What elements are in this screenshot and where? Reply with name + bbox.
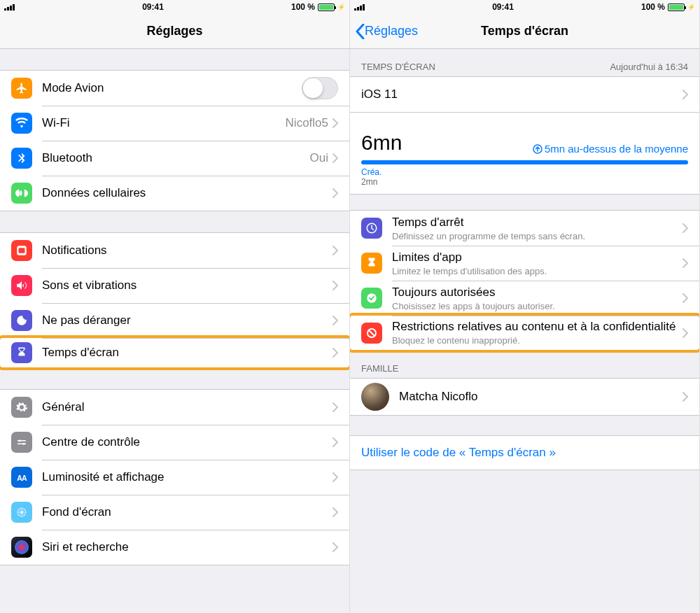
charging-icon: ⚡ — [337, 3, 345, 10]
svg-text:A: A — [22, 474, 27, 482]
always-icon — [361, 288, 382, 309]
signal-icon — [354, 3, 365, 10]
row-label: Temps d'écran — [42, 346, 332, 360]
trend-text: 5mn au-dessus de la moyenne — [533, 143, 688, 155]
wallpaper-row[interactable]: Fond d'écran — [0, 495, 349, 530]
control-icon — [11, 432, 32, 453]
battery-icon — [318, 3, 335, 11]
battery-text: 100 % — [641, 2, 665, 12]
chevron-right-icon — [332, 402, 338, 412]
page-title: Réglages — [146, 24, 202, 38]
applimits-row[interactable]: Limites d'appLimitez le temps d'utilisat… — [350, 246, 699, 281]
passcode-link[interactable]: Utiliser le code de « Temps d'écran » — [350, 435, 699, 470]
restrictions-row[interactable]: Restrictions relatives au contenu et à l… — [350, 313, 700, 353]
svg-rect-2 — [19, 248, 25, 253]
category-label: Créa. — [361, 167, 688, 177]
sounds-row[interactable]: Sons et vibrations — [0, 268, 349, 303]
display-icon: AA — [11, 467, 32, 488]
screentime-options: Temps d'arrêtDéfinissez un programme de … — [350, 210, 699, 351]
general-row[interactable]: Général — [0, 390, 349, 425]
siri-row[interactable]: Siri et recherche — [0, 530, 349, 565]
settings-group-notifications: NotificationsSons et vibrationsNe pas dé… — [0, 232, 349, 368]
airplane-toggle[interactable] — [302, 77, 338, 99]
row-label: Mode Avion — [42, 81, 302, 95]
row-subtitle: Bloquez le contenu inapproprié. — [392, 335, 682, 346]
display-row[interactable]: AALuminosité et affichage — [0, 460, 349, 495]
row-title: Temps d'arrêt — [392, 216, 682, 230]
chevron-right-icon — [682, 258, 688, 268]
chevron-right-icon — [332, 188, 338, 198]
avatar — [361, 383, 389, 411]
wifi-row[interactable]: Wi-FiNicoflo5 — [0, 106, 349, 141]
status-bar: 09:41 100 % ⚡ — [350, 0, 699, 14]
row-subtitle: Définissez un programme de temps sans éc… — [392, 231, 682, 241]
chevron-left-icon — [356, 24, 365, 39]
chevron-right-icon — [332, 507, 338, 517]
chevron-right-icon — [682, 328, 688, 338]
row-label: Centre de contrôle — [42, 435, 332, 449]
row-title: Restrictions relatives au contenu et à l… — [392, 320, 682, 334]
wifi-icon — [11, 113, 32, 134]
chevron-right-icon — [332, 153, 338, 163]
downtime-row[interactable]: Temps d'arrêtDéfinissez un programme de … — [350, 211, 699, 246]
bluetooth-row[interactable]: BluetoothOui — [0, 141, 349, 176]
row-detail: Nicoflo5 — [286, 116, 328, 130]
always-row[interactable]: Toujours autoriséesChoisissez les apps à… — [350, 281, 699, 316]
total-time: 6mn — [361, 121, 402, 155]
chevron-right-icon — [332, 542, 338, 552]
nav-bar: Réglages — [0, 14, 349, 49]
wallpaper-icon — [11, 502, 32, 523]
control-row[interactable]: Centre de contrôle — [0, 425, 349, 460]
screentime-icon — [11, 342, 32, 363]
section-header: TEMPS D'ÉCRAN Aujourd'hui à 16:34 — [350, 49, 699, 76]
svg-rect-4 — [18, 440, 26, 442]
settings-group-connectivity: Mode AvionWi-FiNicoflo5BluetoothOuiDonné… — [0, 70, 349, 211]
dnd-row[interactable]: Ne pas déranger — [0, 303, 349, 338]
family-member-row[interactable]: Matcha Nicoflo — [350, 379, 699, 415]
chevron-right-icon — [332, 118, 338, 128]
family-header: FAMILLE — [350, 351, 699, 378]
cellular-row[interactable]: Données cellulaires — [0, 176, 349, 211]
page-title: Temps d'écran — [481, 24, 568, 38]
row-label: Siri et recherche — [42, 540, 332, 554]
usage-bar — [361, 160, 688, 164]
airplane-row[interactable]: Mode Avion — [0, 71, 349, 106]
row-detail: Oui — [310, 151, 328, 165]
back-button[interactable]: Réglages — [356, 24, 418, 39]
svg-rect-6 — [18, 444, 26, 445]
chevron-right-icon — [682, 392, 688, 402]
row-label: Général — [42, 400, 332, 414]
status-time: 09:41 — [492, 2, 514, 12]
applimits-icon — [361, 253, 382, 274]
svg-point-0 — [21, 192, 22, 194]
device-row[interactable]: iOS 11 — [350, 77, 699, 112]
status-time: 09:41 — [142, 2, 164, 12]
chevron-right-icon — [332, 281, 338, 290]
sounds-icon — [11, 275, 32, 296]
chevron-right-icon — [332, 437, 338, 447]
restrictions-icon — [361, 323, 382, 344]
row-title: Toujours autorisées — [392, 286, 682, 300]
usage-summary: 6mn 5mn au-dessus de la moyenne Créa. 2m… — [350, 113, 699, 195]
dnd-icon — [11, 310, 32, 331]
siri-icon — [11, 537, 32, 558]
row-subtitle: Choisissez les apps à toujours autoriser… — [392, 301, 682, 311]
category-value: 2mn — [361, 177, 688, 187]
chevron-right-icon — [682, 293, 688, 303]
battery-text: 100 % — [291, 2, 315, 12]
battery-icon — [668, 3, 685, 11]
chevron-right-icon — [332, 348, 338, 358]
signal-icon — [4, 3, 15, 10]
chevron-right-icon — [332, 316, 338, 325]
charging-icon: ⚡ — [687, 3, 695, 10]
chevron-right-icon — [682, 90, 688, 99]
screentime-row[interactable]: Temps d'écran — [0, 335, 350, 370]
airplane-icon — [11, 78, 32, 99]
chevron-right-icon — [332, 472, 338, 482]
arrow-up-icon — [533, 144, 542, 154]
row-label: Fond d'écran — [42, 505, 332, 519]
row-label: Ne pas déranger — [42, 313, 332, 327]
notifications-row[interactable]: Notifications — [0, 233, 349, 268]
row-label: Notifications — [42, 244, 332, 258]
cellular-icon — [11, 183, 32, 204]
